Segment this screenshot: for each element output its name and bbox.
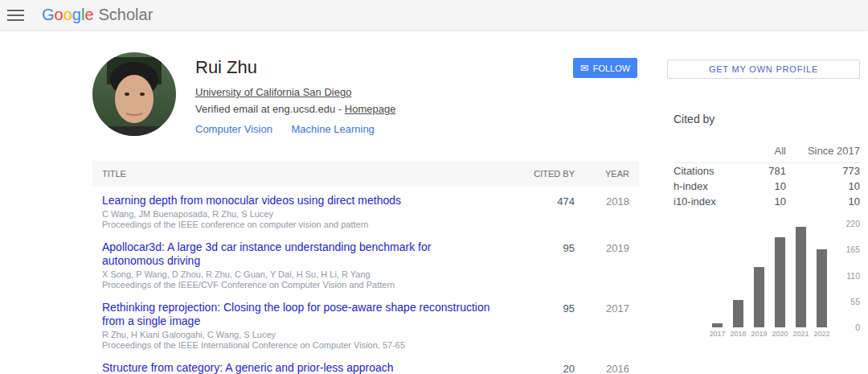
publication-venue: Proceedings of the IEEE International Co… — [102, 340, 493, 351]
chart-x-tick-label: 2018 — [728, 330, 749, 338]
chart-y-tick-label: 165 — [833, 245, 860, 254]
publication-title-link[interactable]: Apollocar3d: A large 3d car instance und… — [102, 240, 493, 268]
citation-bar-2020[interactable] — [775, 237, 785, 327]
cited-by-row-i10-index: i10-index 10 10 — [674, 194, 860, 209]
citation-bar-2017[interactable] — [712, 323, 723, 327]
h-index-all-value: 10 — [739, 180, 786, 192]
cited-by-row-label: h-index — [674, 180, 739, 192]
profile-info: Rui Zhu University of California San Die… — [195, 57, 395, 135]
cited-by-title[interactable]: Cited by — [674, 113, 860, 125]
publication-cited-count[interactable]: 95 — [514, 301, 575, 314]
chart-x-tick-label: 2017 — [707, 330, 728, 338]
chart-y-tick-label: 110 — [833, 271, 860, 281]
publication-year: 2017 — [575, 301, 639, 314]
publication-year: 2019 — [575, 240, 639, 254]
top-app-bar: G o o g l e Scholar — [0, 0, 868, 31]
get-my-own-profile-button[interactable]: GET MY OWN PROFILE — [667, 60, 860, 79]
publication-title-link[interactable]: Rethinking reprojection: Closing the loo… — [102, 301, 493, 328]
profile-photo[interactable] — [92, 52, 176, 136]
publications-table-header: TITLE CITED BY YEAR — [92, 161, 639, 187]
publication-cited-count[interactable]: 20 — [514, 361, 575, 374]
publication-authors: C Wang, JM Buenaposada, R Zhu, S Lucey — [102, 209, 493, 220]
profile-name: Rui Zhu — [195, 57, 395, 78]
logo-letter: g — [72, 6, 81, 24]
h-index-since-value: 10 — [786, 180, 860, 192]
publication-title-link[interactable]: Structure from category: A generic and p… — [102, 361, 493, 374]
chart-x-tick-label: 2022 — [812, 330, 833, 338]
cited-by-col-since: Since 2017 — [786, 145, 860, 157]
citations-bar-chart: 201720182019202020212022220165110550 — [698, 216, 862, 343]
publication-venue: Proceedings of the IEEE/CVF Conference o… — [102, 280, 493, 290]
citation-bar-2022[interactable] — [817, 249, 827, 327]
menu-icon[interactable] — [7, 6, 24, 24]
publication-venue: Proceedings of the IEEE conference on co… — [102, 220, 493, 230]
citations-chart-plot — [698, 216, 831, 327]
logo-letter: G — [42, 6, 55, 24]
publication-cited-count[interactable]: 474 — [514, 194, 575, 208]
google-scholar-logo[interactable]: G o o g l e Scholar — [42, 6, 153, 24]
citation-bar-2021[interactable] — [796, 227, 806, 327]
logo-letter: o — [55, 6, 63, 24]
publications-table: TITLE CITED BY YEAR Learning depth from … — [92, 161, 639, 374]
cited-by-panel: Cited by All Since 2017 Citations 781 77… — [674, 113, 860, 209]
publication-row: Structure from category: A generic and p… — [92, 354, 639, 374]
chart-y-tick-label: 220 — [833, 219, 860, 228]
logo-letter: e — [84, 6, 93, 24]
follow-button-label: FOLLOW — [593, 64, 630, 73]
separator: - — [338, 103, 342, 115]
interests: Computer Vision Machine Learning — [195, 123, 395, 135]
follow-button[interactable]: ✉ FOLLOW — [573, 58, 637, 78]
citations-since-value: 773 — [786, 165, 860, 177]
publication-row: Learning depth from monocular videos usi… — [92, 187, 639, 233]
verified-email-text: Verified email at eng.ucsd.edu — [195, 103, 335, 115]
publication-title-link[interactable]: Learning depth from monocular videos usi… — [102, 194, 493, 208]
citation-bar-2018[interactable] — [733, 300, 743, 327]
chart-y-tick-label: 0 — [833, 323, 860, 332]
publication-year: 2018 — [575, 194, 639, 208]
cited-by-row-citations: Citations 781 773 — [674, 163, 860, 179]
publication-row: Apollocar3d: A large 3d car instance und… — [92, 233, 639, 294]
verified-email-line: Verified email at eng.ucsd.edu - Homepag… — [195, 103, 395, 115]
i10-index-since-value: 10 — [786, 195, 860, 208]
affiliation-link[interactable]: University of California San Diego — [195, 86, 351, 98]
publication-cited-count[interactable]: 95 — [514, 240, 575, 254]
chart-x-tick-label: 2021 — [791, 330, 812, 338]
publication-row: Rethinking reprojection: Closing the loo… — [92, 294, 639, 354]
chart-x-tick-label: 2019 — [749, 330, 770, 338]
publication-authors: R Zhu, H Kiani Galoogahi, C Wang, S Luce… — [102, 330, 493, 340]
logo-letter: o — [63, 6, 72, 24]
cited-by-row-h-index: h-index 10 10 — [674, 179, 860, 194]
homepage-link[interactable]: Homepage — [345, 103, 396, 115]
cited-by-header-row: All Since 2017 — [674, 145, 860, 163]
publication-year: 2016 — [575, 361, 639, 374]
cited-by-col-all: All — [739, 145, 786, 157]
column-header-title[interactable]: TITLE — [102, 169, 514, 179]
citations-all-value: 781 — [739, 165, 786, 177]
chart-y-tick-label: 55 — [833, 297, 860, 306]
column-header-year[interactable]: YEAR — [575, 169, 639, 179]
interest-link-machine-learning[interactable]: Machine Learning — [292, 123, 375, 135]
logo-scholar-text: Scholar — [99, 6, 154, 24]
i10-index-all-value: 10 — [739, 195, 786, 208]
cited-by-row-label: Citations — [674, 165, 739, 177]
chart-x-tick-label: 2020 — [770, 330, 791, 338]
column-header-cited-by[interactable]: CITED BY — [514, 169, 575, 179]
citation-bar-2019[interactable] — [754, 267, 764, 327]
cited-by-row-label: i10-index — [674, 195, 739, 208]
publication-authors: X Song, P Wang, D Zhou, R Zhu, C Guan, Y… — [102, 269, 493, 280]
interest-link-computer-vision[interactable]: Computer Vision — [195, 123, 272, 135]
envelope-icon: ✉ — [580, 63, 589, 73]
